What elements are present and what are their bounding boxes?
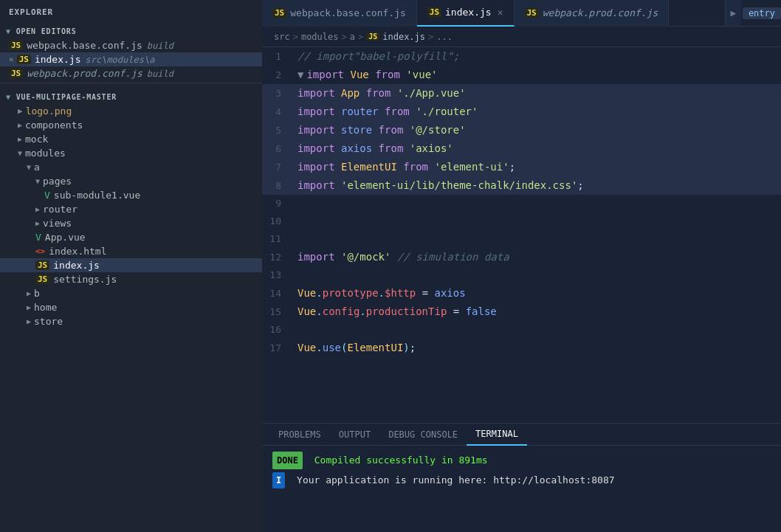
- tree-logo[interactable]: ▶ logo.png: [0, 104, 262, 118]
- tab-index-js[interactable]: JS index.js ✕: [417, 0, 515, 27]
- tree-home[interactable]: ▶ home: [0, 300, 262, 314]
- terminal-line-info: I Your application is running here: http…: [272, 472, 771, 488]
- breadcrumb: src > modules > a > JS index.js > ...: [262, 27, 781, 47]
- chevron-right-icon: ▶: [35, 219, 40, 227]
- tree-components[interactable]: ▶ components: [0, 118, 262, 132]
- code-editor[interactable]: 1 // import"babel-polyfill"; 2 ▼import V…: [262, 47, 781, 423]
- chevron-right-icon: ▶: [27, 289, 31, 297]
- chevron-right-icon: ▶: [18, 121, 22, 129]
- tab-output[interactable]: OUTPUT: [330, 424, 379, 446]
- tab-terminal[interactable]: TERMINAL: [467, 424, 527, 446]
- open-editor-index-js[interactable]: ✕ JS index.js src\modules\a: [0, 52, 262, 66]
- js-icon: JS: [35, 274, 49, 284]
- tree-modules[interactable]: ▼ modules: [0, 146, 262, 160]
- tree-index-html[interactable]: <> index.html: [0, 244, 262, 258]
- tree-views[interactable]: ▶ views: [0, 216, 262, 230]
- code-line-11: 11: [262, 230, 781, 248]
- code-line-2: 2 ▼import Vue from 'vue': [262, 66, 781, 84]
- code-line-15: 15 Vue.config.productionTip = false: [262, 303, 781, 321]
- js-icon: JS: [17, 55, 31, 64]
- open-editor-webpack-base[interactable]: JS webpack.base.conf.js build: [0, 38, 262, 52]
- html-icon: <>: [35, 246, 45, 256]
- collapse-button[interactable]: ▶: [725, 0, 741, 26]
- tree-index-js[interactable]: JS index.js: [0, 258, 262, 272]
- code-line-4: 4 import router from './router': [262, 103, 781, 121]
- open-editor-webpack-prod[interactable]: JS webpack.prod.conf.js build: [0, 66, 262, 80]
- tree-settings-js[interactable]: JS settings.js: [0, 272, 262, 286]
- code-line-6: 6 import axios from 'axios': [262, 139, 781, 158]
- project-title: ▼ VUE-MULTIPAGE-MASTER: [0, 86, 262, 104]
- chevron-right-icon: ▶: [27, 303, 31, 311]
- js-icon: JS: [35, 260, 49, 270]
- image-icon: ▶: [18, 106, 23, 116]
- js-icon: JS: [9, 69, 23, 78]
- chevron-right-icon: ▶: [18, 135, 22, 143]
- chevron-right-icon: ▶: [730, 7, 736, 18]
- open-editors-title: ▼ OPEN EDITORS: [0, 20, 262, 38]
- code-line-1: 1 // import"babel-polyfill";: [262, 47, 781, 66]
- terminal-panel: PROBLEMS OUTPUT DEBUG CONSOLE TERMINAL D…: [262, 423, 781, 532]
- tab-webpack-base[interactable]: JS webpack.base.conf.js: [262, 0, 417, 27]
- sidebar: EXPLORER ▼ OPEN EDITORS JS webpack.base.…: [0, 0, 262, 532]
- code-line-13: 13: [262, 266, 781, 284]
- main-editor: JS webpack.base.conf.js JS index.js ✕ JS…: [262, 0, 781, 532]
- entry-badge: entry: [743, 7, 781, 19]
- close-icon[interactable]: ✕: [9, 55, 14, 64]
- js-icon: JS: [427, 7, 441, 17]
- panel-tabs: PROBLEMS OUTPUT DEBUG CONSOLE TERMINAL: [262, 424, 781, 446]
- tabs-bar: JS webpack.base.conf.js JS index.js ✕ JS…: [262, 0, 781, 27]
- code-line-10: 10: [262, 213, 781, 230]
- tree-app-vue[interactable]: V App.vue: [0, 230, 262, 244]
- code-line-3: 3 import App from './App.vue': [262, 84, 781, 103]
- close-tab-icon[interactable]: ✕: [498, 7, 503, 18]
- tree-b[interactable]: ▶ b: [0, 286, 262, 300]
- tab-problems[interactable]: PROBLEMS: [269, 424, 330, 446]
- code-line-16: 16: [262, 321, 781, 339]
- chevron-down-icon: ▼: [35, 177, 40, 185]
- code-line-17: 17 Vue.use(ElementUI);: [262, 339, 781, 357]
- js-icon: JS: [272, 8, 286, 18]
- code-line-8: 8 import 'element-ui/lib/theme-chalk/ind…: [262, 176, 781, 195]
- code-line-12: 12 import '@/mock' // simulation data: [262, 248, 781, 266]
- done-badge: DONE: [272, 452, 303, 469]
- info-badge: I: [272, 472, 285, 488]
- vue-icon: V: [44, 190, 50, 201]
- code-line-5: 5 import store from '@/store': [262, 121, 781, 139]
- terminal-line-done: DONE Compiled successfully in 891ms: [272, 452, 771, 469]
- code-line-9: 9: [262, 195, 781, 213]
- js-icon: JS: [9, 41, 23, 50]
- chevron-right-icon: ▶: [27, 317, 31, 325]
- tab-webpack-prod[interactable]: JS webpack.prod.conf.js: [515, 0, 670, 27]
- tree-router[interactable]: ▶ router: [0, 202, 262, 216]
- code-line-14: 14 Vue.prototype.$http = axios: [262, 284, 781, 303]
- chevron-right-icon: ▶: [35, 205, 40, 213]
- js-icon: JS: [525, 8, 539, 18]
- explorer-title: EXPLORER: [0, 0, 262, 20]
- vue-icon: V: [35, 232, 41, 243]
- js-icon: JS: [366, 32, 379, 41]
- code-line-7: 7 import ElementUI from 'element-ui';: [262, 158, 781, 176]
- chevron-down-icon: ▼: [27, 163, 31, 171]
- tree-store[interactable]: ▶ store: [0, 314, 262, 328]
- tree-sub-module[interactable]: V sub-module1.vue: [0, 188, 262, 202]
- tab-debug-console[interactable]: DEBUG CONSOLE: [379, 424, 467, 446]
- tree-a[interactable]: ▼ a: [0, 160, 262, 174]
- tree-pages[interactable]: ▼ pages: [0, 174, 262, 188]
- terminal-content: DONE Compiled successfully in 891ms I Yo…: [262, 446, 781, 532]
- tree-mock[interactable]: ▶ mock: [0, 132, 262, 146]
- chevron-down-icon: ▼: [18, 149, 22, 157]
